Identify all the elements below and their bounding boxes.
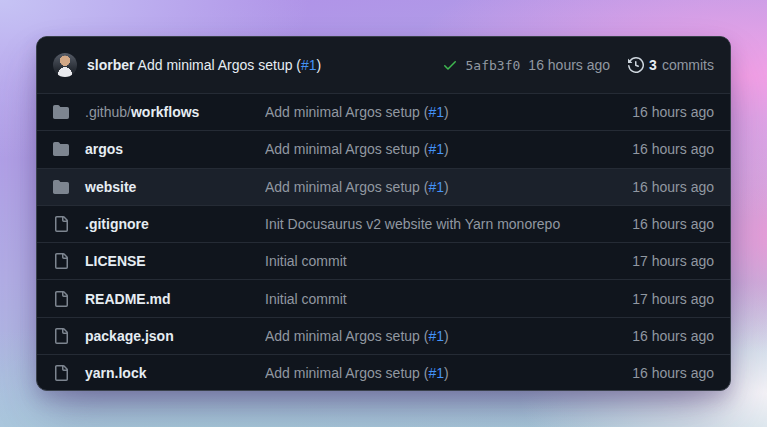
row-commit-message[interactable]: Add minimal Argos setup (#1) [265,141,616,157]
row-commit-message[interactable]: Init Docusaurus v2 website with Yarn mon… [265,216,616,232]
file-icon [53,365,69,381]
file-icon [53,291,69,307]
commit-summary: slorber Add minimal Argos setup (#1) [87,57,321,73]
file-name-link[interactable]: yarn.lock [85,365,249,381]
commit-message[interactable]: Add minimal Argos setup (#1) [138,57,322,73]
row-commit-time: 16 hours ago [632,328,714,344]
table-row-yarn-lock[interactable]: yarn.lock Add minimal Argos setup (#1) 1… [37,354,730,391]
repo-file-browser: slorber Add minimal Argos setup (#1) 5af… [36,36,731,391]
pr-link[interactable]: #1 [428,179,444,195]
latest-commit-bar: slorber Add minimal Argos setup (#1) 5af… [37,37,730,93]
table-row-website[interactable]: website Add minimal Argos setup (#1) 16 … [37,168,730,205]
row-commit-time: 16 hours ago [632,141,714,157]
file-name-link[interactable]: argos [85,141,249,157]
commits-history-link[interactable]: 3 commits [628,57,714,73]
folder-icon [53,179,69,195]
row-commit-message[interactable]: Add minimal Argos setup (#1) [265,328,616,344]
table-row-package-json[interactable]: package.json Add minimal Argos setup (#1… [37,317,730,354]
file-name-link[interactable]: website [85,179,249,195]
commit-time: 16 hours ago [528,57,610,73]
commit-meta: 5afb3f0 16 hours ago 3 commits [442,57,714,73]
commits-count: 3 [649,57,657,73]
row-commit-message[interactable]: Add minimal Argos setup (#1) [265,179,616,195]
row-commit-time: 17 hours ago [632,253,714,269]
file-name-link[interactable]: package.json [85,328,249,344]
commits-label: commits [662,57,714,73]
row-commit-time: 17 hours ago [632,291,714,307]
table-row-gitignore[interactable]: .gitignore Init Docusaurus v2 website wi… [37,205,730,242]
row-commit-message[interactable]: Initial commit [265,291,616,307]
avatar[interactable] [53,53,77,77]
folder-icon [53,141,69,157]
file-name-link[interactable]: LICENSE [85,253,249,269]
file-name-link[interactable]: .gitignore [85,216,249,232]
folder-icon [53,104,69,120]
row-commit-time: 16 hours ago [632,216,714,232]
pr-link[interactable]: #1 [301,57,317,73]
table-row-readme[interactable]: README.md Initial commit 17 hours ago [37,279,730,316]
file-icon [53,216,69,232]
pr-link[interactable]: #1 [428,328,444,344]
file-name-link[interactable]: .github/workflows [85,104,249,120]
row-commit-time: 16 hours ago [632,179,714,195]
file-name-link[interactable]: README.md [85,291,249,307]
check-icon[interactable] [442,57,458,73]
row-commit-time: 16 hours ago [632,104,714,120]
table-row-license[interactable]: LICENSE Initial commit 17 hours ago [37,242,730,279]
pr-link[interactable]: #1 [428,141,444,157]
commit-hash[interactable]: 5afb3f0 [466,58,521,73]
pr-link[interactable]: #1 [428,104,444,120]
file-icon [53,253,69,269]
table-row-github-workflows[interactable]: .github/workflows Add minimal Argos setu… [37,93,730,130]
table-row-argos[interactable]: argos Add minimal Argos setup (#1) 16 ho… [37,130,730,167]
row-commit-time: 16 hours ago [632,365,714,381]
pr-link[interactable]: #1 [428,365,444,381]
row-commit-message[interactable]: Initial commit [265,253,616,269]
row-commit-message[interactable]: Add minimal Argos setup (#1) [265,365,616,381]
row-commit-message[interactable]: Add minimal Argos setup (#1) [265,104,616,120]
file-icon [53,328,69,344]
history-icon [628,57,644,73]
commit-author[interactable]: slorber [87,57,134,73]
